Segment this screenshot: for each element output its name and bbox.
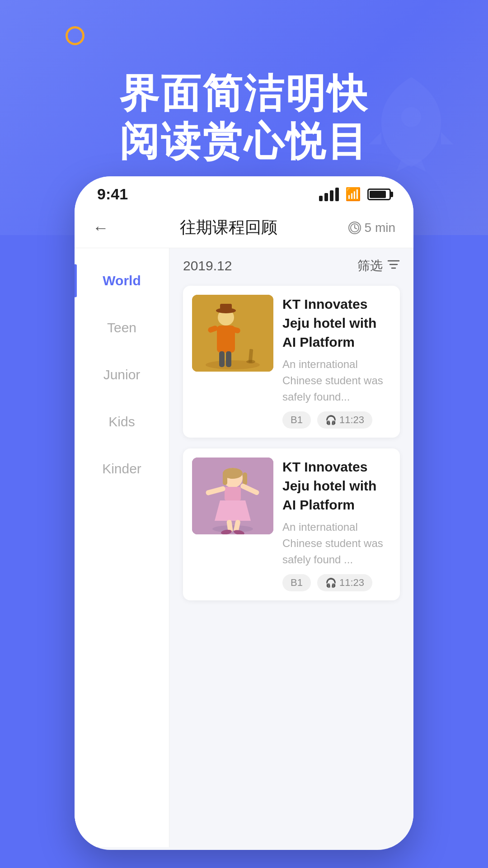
article-list: 2019.12 筛选 bbox=[169, 248, 413, 847]
status-time: 9:41 bbox=[97, 185, 128, 203]
svg-rect-19 bbox=[226, 351, 231, 367]
headphone-icon-1: 🎧 bbox=[325, 415, 337, 425]
headphone-icon-2: 🎧 bbox=[325, 577, 337, 588]
sidebar-item-kids[interactable]: Kids bbox=[75, 398, 169, 445]
svg-rect-14 bbox=[220, 304, 232, 311]
list-date: 2019.12 bbox=[183, 258, 232, 274]
duration-label: 5 min bbox=[365, 221, 395, 235]
tag-duration-2: 🎧 11:23 bbox=[317, 574, 372, 591]
rocket-icon bbox=[361, 72, 461, 174]
status-icons: 📶 bbox=[319, 187, 391, 202]
article-desc-1: An international Chinese student was saf… bbox=[282, 356, 391, 405]
tag-duration-1: 🎧 11:23 bbox=[317, 411, 372, 429]
svg-point-0 bbox=[401, 107, 421, 127]
svg-rect-18 bbox=[219, 351, 225, 367]
hero-text: 界面简洁明快 阅读赏心悦目 bbox=[119, 70, 369, 165]
filter-icon bbox=[387, 259, 400, 273]
tag-level-2: B1 bbox=[282, 574, 311, 591]
svg-point-22 bbox=[212, 525, 253, 533]
article-desc-2: An international Chinese student was saf… bbox=[282, 519, 391, 568]
battery-icon bbox=[367, 189, 391, 200]
nav-duration: 5 min bbox=[348, 221, 395, 235]
hero-line2: 阅读赏心悦目 bbox=[119, 118, 369, 165]
article-card[interactable]: KT Innovates Jeju hotel with AI Platform… bbox=[183, 286, 400, 438]
article-title-2: KT Innovates Jeju hotel with AI Platform bbox=[282, 458, 391, 514]
article-title-1: KT Innovates Jeju hotel with AI Platform bbox=[282, 295, 391, 352]
tag-level-1: B1 bbox=[282, 411, 311, 429]
svg-rect-25 bbox=[223, 472, 227, 485]
article-tags-2: B1 🎧 11:23 bbox=[282, 574, 391, 591]
article-thumbnail-1 bbox=[192, 295, 273, 372]
sidebar: World Teen Junior Kids Kinder bbox=[75, 248, 169, 847]
article-info-1: KT Innovates Jeju hotel with AI Platform… bbox=[282, 295, 391, 429]
article-card-2[interactable]: KT Innovates Jeju hotel with AI Platform… bbox=[183, 448, 400, 600]
sidebar-item-world[interactable]: World bbox=[75, 257, 169, 304]
sidebar-item-junior[interactable]: Junior bbox=[75, 351, 169, 398]
hero-line1: 界面简洁明快 bbox=[119, 70, 369, 118]
nav-bar: ← 往期课程回顾 5 min bbox=[75, 208, 413, 248]
article-info-2: KT Innovates Jeju hotel with AI Platform… bbox=[282, 458, 391, 591]
sidebar-item-teen[interactable]: Teen bbox=[75, 304, 169, 351]
nav-title: 往期课程回顾 bbox=[180, 217, 277, 239]
wifi-icon: 📶 bbox=[345, 187, 361, 202]
phone-mockup: 9:41 📶 ← 往期课程回顾 5 min bbox=[75, 176, 413, 850]
list-header: 2019.12 筛选 bbox=[183, 257, 400, 274]
signal-icon bbox=[319, 188, 339, 201]
status-bar: 9:41 📶 bbox=[75, 176, 413, 208]
article-tags-1: B1 🎧 11:23 bbox=[282, 411, 391, 429]
clock-icon bbox=[348, 222, 361, 234]
orange-circle-decoration bbox=[66, 26, 84, 45]
battery-fill bbox=[370, 191, 386, 198]
filter-button[interactable]: 筛选 bbox=[357, 257, 400, 274]
svg-rect-27 bbox=[225, 487, 241, 500]
content-area: World Teen Junior Kids Kinder 2019.12 筛选 bbox=[75, 248, 413, 847]
svg-rect-26 bbox=[243, 472, 247, 485]
svg-marker-28 bbox=[215, 500, 251, 521]
sidebar-item-kinder[interactable]: Kinder bbox=[75, 445, 169, 492]
back-button[interactable]: ← bbox=[93, 218, 109, 237]
svg-line-3 bbox=[355, 228, 357, 229]
filter-label: 筛选 bbox=[357, 257, 383, 274]
article-thumbnail-2 bbox=[192, 458, 273, 534]
